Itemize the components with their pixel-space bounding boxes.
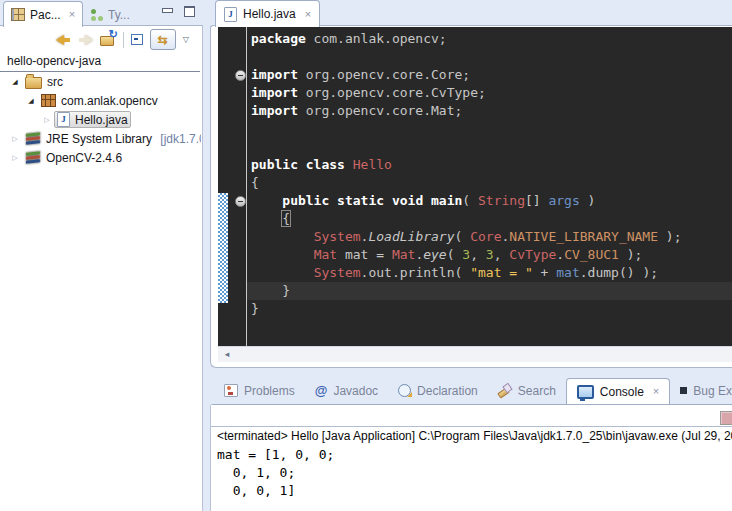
minimize-icon[interactable] [162,8,173,13]
java-file-icon: J [57,112,70,127]
tree-item-com-anlak-opencv[interactable]: ◢com.anlak.opencv [0,91,201,110]
package-explorer-view: Pac... × Ty... ⇆ ▽ hello-opencv-java ◢sr… [0,0,203,511]
tree-label: JRE System Library [46,132,152,146]
tree-item-opencv-2-4-6[interactable]: ▷OpenCV-2.4.6 [0,148,201,167]
terminate-button[interactable] [720,411,732,425]
tree-label: com.anlak.opencv [61,94,158,108]
project-tree: hello-opencv-java ◢src◢com.anlak.opencv▷… [0,53,201,510]
expanded-arrow-icon[interactable]: ◢ [24,97,38,105]
close-icon[interactable]: × [305,9,311,20]
console-line: mat = [1, 0, 0; [217,446,732,464]
tab-label: Declaration [417,384,478,398]
code-line[interactable]: System.LoadLibrary( Core.NATIVE_LIBRARY_… [218,228,732,246]
tab-declaration[interactable]: Declaration [388,377,488,404]
package-icon [41,94,56,107]
horizontal-scrollbar[interactable]: ◂ [218,346,732,362]
forward-icon[interactable] [78,34,93,46]
code-line[interactable] [218,48,732,66]
java-file-icon: J [224,7,237,22]
tab-label: Pac... [30,8,61,22]
type-hierarchy-icon [90,9,103,21]
tree-label: Hello.java [75,113,128,127]
tree-label-decoration: [jdk1.7.0 [157,132,201,146]
code-line[interactable]: Mat mat = Mat.eye( 3, 3, CvType.CV_8UC1 … [218,246,732,264]
bottom-view: Problems@JavadocDeclarationSearchConsole… [210,377,732,511]
tab-label: Search [518,384,556,398]
tree-item-jre-system-library[interactable]: ▷JRE System Library [jdk1.7.0 [0,129,201,148]
code-line[interactable]: public class Hello [218,156,732,174]
back-icon[interactable] [56,34,71,46]
code-line[interactable]: public static void main( String[] args ) [218,192,732,210]
tab-package-explorer[interactable]: Pac... × [3,1,83,27]
fold-collapse-icon[interactable] [235,196,246,207]
code-line[interactable]: package com.anlak.opencv; [218,30,732,48]
package-explorer-toolbar: ⇆ ▽ [0,27,201,52]
editor-body[interactable]: package com.anlak.opencv;import org.open… [218,27,732,346]
code-line[interactable]: System.out.println( "mat = " + mat.dump(… [218,264,732,282]
fold-collapse-icon[interactable] [235,70,246,81]
view-window-buttons [162,6,195,17]
tree-item-content: com.anlak.opencv [38,93,161,109]
tree-item-hello-java[interactable]: ▷JHello.java [0,110,201,129]
library-icon [25,150,41,165]
tree-label: src [47,75,63,89]
package-folder-icon [25,77,42,89]
tab-console[interactable]: Console× [566,378,670,405]
close-icon[interactable]: × [69,9,75,20]
tab-javadoc[interactable]: @Javadoc [305,377,388,404]
tab-label: Bug Explorer [693,384,732,398]
tab-search[interactable]: Search [488,377,566,404]
tree-item-content: JHello.java [54,111,131,128]
tab-bug-explorer[interactable]: Bug Explorer [670,377,732,404]
collapsed-arrow-icon[interactable]: ▷ [40,116,54,124]
collapsed-arrow-icon[interactable]: ▷ [8,135,22,143]
tab-label: Ty... [108,8,130,22]
console-view[interactable]: <terminated> Hello [Java Application] C:… [217,429,732,510]
console-header: <terminated> Hello [Java Application] C:… [217,429,732,446]
console-toolbar [211,405,732,426]
code-line[interactable]: { [218,174,732,192]
tab-problems[interactable]: Problems [214,377,305,404]
close-icon[interactable]: × [653,386,659,397]
code-line[interactable]: } [218,300,732,318]
code-line[interactable] [218,138,732,156]
console-output: mat = [1, 0, 0; 0, 1, 0; 0, 0, 1] [217,446,732,500]
collapse-all-icon[interactable] [131,34,143,45]
tab-label: Hello.java [243,7,296,21]
console-separator [211,426,732,427]
console-line: 0, 1, 0; [217,464,732,482]
tab-label: Problems [244,384,295,398]
tab-type-hierarchy[interactable]: Ty... [86,4,134,25]
tab-hello-java[interactable]: J Hello.java × [215,0,320,27]
tree-label: OpenCV-2.4.6 [46,151,122,165]
toolbar-separator [123,32,124,48]
maximize-icon[interactable] [184,6,195,17]
library-icon [25,131,41,146]
up-folder-icon[interactable] [100,33,116,46]
bottom-tab-row: Problems@JavadocDeclarationSearchConsole… [210,377,732,404]
code-area[interactable]: package com.anlak.opencv;import org.open… [218,30,732,318]
link-with-editor-button[interactable]: ⇆ [150,29,176,50]
view-menu-icon[interactable]: ▽ [183,36,189,44]
tab-label: Javadoc [333,384,378,398]
scroll-left-icon[interactable]: ◂ [218,347,236,362]
code-line[interactable]: } [218,282,732,300]
console-line: 0, 0, 1] [217,482,732,500]
tree-item-project[interactable]: hello-opencv-java [0,53,200,72]
tree-item-content: JRE System Library [jdk1.7.0 [22,131,201,147]
console-icon [577,385,594,399]
tree-item-content: OpenCV-2.4.6 [22,150,125,166]
code-line[interactable]: import org.opencv.core.Core; [218,66,732,84]
package-explorer-icon [11,8,25,21]
collapsed-arrow-icon[interactable]: ▷ [8,154,22,162]
code-line[interactable]: { [218,210,732,228]
javadoc-icon: @ [315,384,328,397]
expanded-arrow-icon[interactable]: ◢ [8,78,22,86]
problems-icon [224,384,238,397]
code-line[interactable]: import org.opencv.core.CvType; [218,84,732,102]
tree-item-src[interactable]: ◢src [0,72,201,91]
code-line[interactable] [218,120,732,138]
code-line[interactable]: import org.opencv.core.Mat; [218,102,732,120]
bug-icon [680,387,687,394]
declaration-icon [398,384,411,397]
